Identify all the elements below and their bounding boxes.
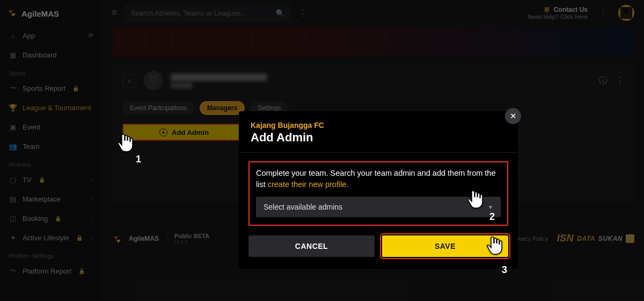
tab-managers[interactable]: Managers — [200, 101, 245, 115]
cancel-button[interactable]: CANCEL — [248, 235, 375, 257]
contact-us[interactable]: ⛨Contact Us Need Help? Click Here — [528, 6, 588, 20]
sidebar-item-team[interactable]: 👥 Team — [0, 137, 102, 156]
store-icon: ▤ — [9, 195, 17, 203]
tv-icon: ▢ — [9, 175, 17, 184]
sidebar-item-booking[interactable]: ◫ Booking 🔒 › — [0, 209, 102, 228]
chevron-down-icon: ▼ — [488, 204, 493, 210]
footer-beta: Public BETA v1.0.0 — [167, 233, 209, 245]
sidebar-item-label: Sports Report — [23, 84, 65, 92]
topbar: ≡ Search Athletes, Teams or Leagues... 🔍… — [102, 0, 644, 26]
avatar[interactable] — [618, 5, 634, 21]
contact-sub: Need Help? Click Here — [528, 13, 588, 20]
shield-icon: ⛨ — [544, 6, 551, 13]
brand-name: AgileMAS — [21, 9, 59, 18]
chevron-right-icon: › — [91, 196, 93, 202]
sidebar: AgileMAS ⌂ App ⟳ ▦ Dashboard Sports 〜 Sp… — [0, 0, 102, 301]
sidebar-item-label: Marketplace — [23, 195, 61, 203]
admin-select[interactable]: Select available admins ▼ — [256, 197, 501, 217]
chevron-right-icon: › — [91, 176, 93, 183]
tab-event-participations[interactable]: Event Participations — [122, 101, 194, 115]
add-admin-modal: ✕ Kajang Bujangga FC Add Admin Complete … — [239, 111, 518, 269]
sidebar-item-label: League & Tournament — [23, 104, 91, 112]
crest-icon — [626, 234, 634, 243]
sidebar-item-label: TV — [23, 176, 32, 184]
kebab-icon[interactable]: ⋮ — [616, 75, 625, 87]
sidebar-item-tv[interactable]: ▢ TV 🔒 › — [0, 170, 102, 189]
datasukan-logo: ISN DATASUKAN — [557, 233, 634, 244]
search-placeholder: Search Athletes, Teams or Leagues... — [131, 9, 247, 17]
lock-icon: 🔒 — [76, 235, 83, 241]
run-icon: ✦ — [9, 233, 17, 242]
close-button[interactable]: ✕ — [505, 108, 521, 124]
card-header: ‹ ⛉ ⓘ ⋮ — [122, 71, 625, 90]
chevron-right-icon: › — [91, 215, 93, 221]
ds-text-a: DATA — [577, 235, 595, 242]
add-admin-label: Add Admin — [172, 128, 209, 137]
sidebar-item-marketplace[interactable]: ▤ Marketplace › — [0, 189, 102, 209]
sidebar-item-label: Platform Report — [23, 267, 71, 275]
step-label-1: 1 — [136, 154, 141, 165]
home-icon: ⌂ — [9, 31, 17, 40]
chart-icon: 〜 — [9, 84, 17, 92]
calendar-icon: ▣ — [9, 123, 17, 131]
divider — [603, 5, 603, 20]
team-icon: 👥 — [9, 142, 17, 150]
sidebar-group-platform: Platform Settings — [0, 247, 102, 261]
booking-icon: ◫ — [9, 214, 17, 223]
contact-title: Contact Us — [554, 6, 588, 13]
sidebar-item-label: Team — [23, 142, 40, 150]
sidebar-item-event[interactable]: ▣ Event — [0, 117, 102, 137]
hero-banner — [113, 27, 634, 57]
team-name-blurred — [171, 74, 267, 88]
isn-text: ISN — [557, 233, 574, 244]
plus-circle-icon: + — [159, 128, 167, 137]
sidebar-item-dashboard[interactable]: ▦ Dashboard — [0, 45, 102, 64]
sidebar-item-app[interactable]: ⌂ App ⟳ — [0, 26, 102, 45]
lock-icon: 🔒 — [72, 85, 79, 91]
beta-label: Public BETA — [174, 233, 209, 239]
modal-body-highlight: Complete your team. Search your team adm… — [248, 161, 508, 226]
kebab-icon[interactable]: ⋮ — [298, 8, 307, 18]
back-button[interactable]: ‹ — [122, 74, 136, 88]
create-profile-link[interactable]: create their new profile. — [268, 180, 349, 189]
save-button[interactable]: SAVE — [382, 235, 508, 257]
brand: AgileMAS — [0, 9, 102, 26]
info-icon[interactable]: ⓘ — [599, 75, 608, 87]
lock-icon: 🔒 — [39, 177, 45, 183]
dashboard-icon: ▦ — [9, 51, 17, 59]
lock-icon: 🔒 — [55, 216, 61, 221]
sidebar-item-label: App — [23, 32, 35, 40]
step-label-3: 3 — [502, 264, 507, 276]
ds-text-b: SUKAN — [598, 235, 623, 242]
sidebar-item-label: Active Lifestyle — [23, 234, 69, 242]
modal-team-name: Kajang Bujangga FC — [251, 121, 506, 130]
sidebar-item-active-lifestyle[interactable]: ✦ Active Lifestyle 🔒 › — [0, 228, 102, 247]
sidebar-item-label: Booking — [23, 214, 48, 223]
brand-logo-icon — [8, 9, 17, 18]
sidebar-group-sports: Sports — [0, 64, 102, 78]
select-placeholder: Select available admins — [264, 203, 342, 211]
sidebar-item-label: Dashboard — [23, 51, 57, 59]
brand-logo-icon — [113, 235, 120, 242]
refresh-icon[interactable]: ⟳ — [88, 32, 93, 39]
sidebar-group-modules: Modules — [0, 156, 102, 170]
sidebar-item-label: Event — [23, 123, 40, 131]
search-icon: 🔍 — [276, 9, 284, 17]
sidebar-item-platform-report[interactable]: 〜 Platform Report 🔒 — [0, 261, 102, 281]
modal-title: Add Admin — [251, 131, 506, 145]
sidebar-item-sports-report[interactable]: 〜 Sports Report 🔒 — [0, 78, 102, 98]
lock-icon: 🔒 — [78, 268, 85, 274]
add-admin-button[interactable]: + Add Admin — [122, 124, 246, 141]
version-label: v1.0.0 — [174, 239, 209, 245]
sidebar-item-league[interactable]: 🏆 League & Tournament — [0, 98, 102, 117]
search-input[interactable]: Search Athletes, Teams or Leagues... 🔍 — [125, 4, 291, 22]
modal-actions: CANCEL SAVE — [239, 226, 518, 257]
modal-description: Complete your team. Search your team adm… — [256, 168, 501, 190]
team-shield-icon: ⛉ — [144, 71, 163, 90]
menu-icon[interactable]: ≡ — [112, 8, 117, 18]
step-label-2: 2 — [489, 211, 495, 223]
chevron-right-icon: › — [91, 234, 93, 241]
report-icon: 〜 — [9, 267, 17, 275]
trophy-icon: 🏆 — [9, 103, 17, 112]
footer-brand: AgileMAS — [129, 235, 159, 242]
